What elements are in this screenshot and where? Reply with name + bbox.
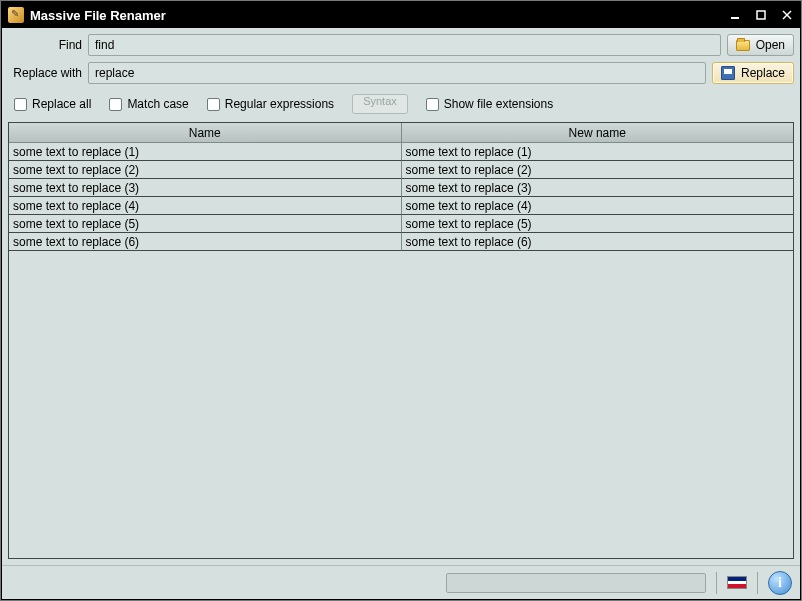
find-row: Find Open [8, 34, 794, 56]
cell-new-name: some text to replace (2) [402, 161, 794, 179]
checkbox-box [14, 98, 27, 111]
find-label: Find [8, 38, 82, 52]
cell-name: some text to replace (4) [9, 197, 402, 215]
table-header: Name New name [9, 123, 793, 143]
status-box [446, 573, 706, 593]
cell-new-name: some text to replace (1) [402, 143, 794, 161]
cell-new-name: some text to replace (3) [402, 179, 794, 197]
folder-icon [736, 40, 750, 51]
separator [716, 572, 717, 594]
regex-label: Regular expressions [225, 97, 334, 111]
replace-all-label: Replace all [32, 97, 91, 111]
app-icon [8, 7, 24, 23]
column-header-new-name[interactable]: New name [402, 123, 794, 143]
open-button-label: Open [756, 38, 785, 52]
table-row[interactable]: some text to replace (3)some text to rep… [9, 179, 793, 197]
cell-new-name: some text to replace (5) [402, 215, 794, 233]
table-row[interactable]: some text to replace (5)some text to rep… [9, 215, 793, 233]
titlebar: Massive File Renamer [2, 2, 800, 28]
client-area: Find Open Replace with Replace Replace a… [2, 28, 800, 565]
statusbar: i [2, 565, 800, 599]
close-button[interactable] [774, 2, 800, 28]
cell-new-name: some text to replace (6) [402, 233, 794, 251]
table-row[interactable]: some text to replace (2)some text to rep… [9, 161, 793, 179]
checkbox-box [109, 98, 122, 111]
replace-all-checkbox[interactable]: Replace all [14, 97, 91, 111]
regex-checkbox[interactable]: Regular expressions [207, 97, 334, 111]
replace-button-label: Replace [741, 66, 785, 80]
checkbox-box [426, 98, 439, 111]
files-table: Name New name some text to replace (1)so… [8, 122, 794, 559]
app-window: Massive File Renamer Find Open Replace w… [1, 1, 801, 600]
replace-button[interactable]: Replace [712, 62, 794, 84]
minimize-button[interactable] [722, 2, 748, 28]
language-flag-icon[interactable] [727, 576, 747, 589]
table-row[interactable]: some text to replace (4)some text to rep… [9, 197, 793, 215]
table-row[interactable]: some text to replace (1)some text to rep… [9, 143, 793, 161]
cell-name: some text to replace (3) [9, 179, 402, 197]
save-icon [721, 66, 735, 80]
find-input[interactable] [88, 34, 721, 56]
info-icon[interactable]: i [768, 571, 792, 595]
separator [757, 572, 758, 594]
syntax-button: Syntax [352, 94, 408, 114]
cell-name: some text to replace (5) [9, 215, 402, 233]
table-body[interactable]: some text to replace (1)some text to rep… [9, 143, 793, 558]
table-row[interactable]: some text to replace (6)some text to rep… [9, 233, 793, 251]
show-extensions-label: Show file extensions [444, 97, 553, 111]
show-extensions-checkbox[interactable]: Show file extensions [426, 97, 553, 111]
open-button[interactable]: Open [727, 34, 794, 56]
flag-stripe [728, 584, 746, 588]
svg-rect-1 [757, 11, 765, 19]
maximize-button[interactable] [748, 2, 774, 28]
cell-name: some text to replace (2) [9, 161, 402, 179]
replace-label: Replace with [8, 66, 82, 80]
replace-input[interactable] [88, 62, 706, 84]
match-case-label: Match case [127, 97, 188, 111]
match-case-checkbox[interactable]: Match case [109, 97, 188, 111]
cell-name: some text to replace (6) [9, 233, 402, 251]
checkbox-box [207, 98, 220, 111]
svg-rect-0 [731, 17, 739, 19]
replace-row: Replace with Replace [8, 62, 794, 84]
window-title: Massive File Renamer [30, 8, 166, 23]
options-row: Replace all Match case Regular expressio… [14, 94, 794, 114]
cell-new-name: some text to replace (4) [402, 197, 794, 215]
cell-name: some text to replace (1) [9, 143, 402, 161]
column-header-name[interactable]: Name [9, 123, 402, 143]
